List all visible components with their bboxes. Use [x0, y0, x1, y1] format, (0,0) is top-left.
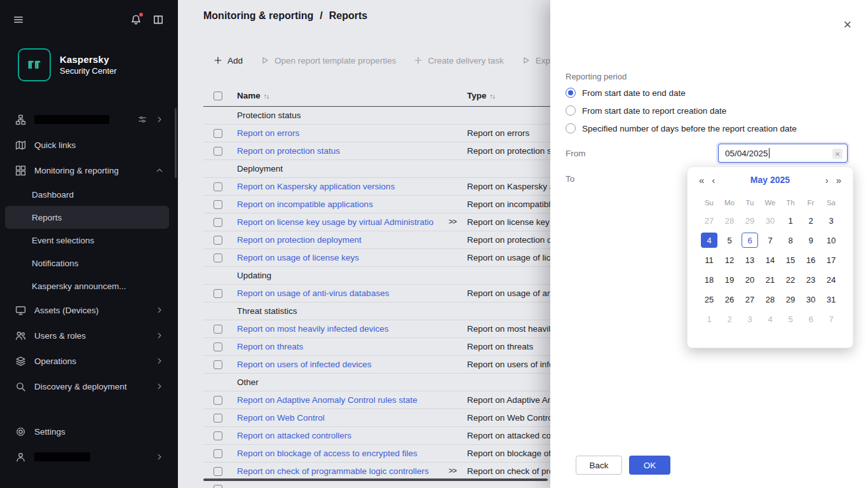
- day-cell[interactable]: 27: [742, 292, 758, 307]
- add-button[interactable]: Add: [214, 56, 243, 65]
- day-cell[interactable]: 7: [762, 233, 778, 248]
- row-checkbox[interactable]: [214, 254, 222, 262]
- row-checkbox[interactable]: [214, 200, 222, 209]
- day-cell[interactable]: 9: [803, 233, 819, 248]
- report-name-link[interactable]: Report on Adaptive Anomaly Control rules…: [237, 395, 417, 405]
- open-report-template-properties-button[interactable]: Open report template properties: [261, 56, 396, 65]
- sort-icon[interactable]: ↑↓: [490, 92, 496, 100]
- day-cell[interactable]: 28: [721, 213, 738, 228]
- prev-month-icon[interactable]: ‹: [712, 175, 715, 185]
- report-name-link[interactable]: Report on incompatible applications: [237, 200, 373, 209]
- row-checkbox[interactable]: [214, 431, 222, 440]
- row-checkbox[interactable]: [214, 325, 222, 334]
- day-cell[interactable]: 30: [762, 213, 778, 228]
- radio-option-0[interactable]: From start date to end date: [566, 84, 797, 102]
- sort-icon[interactable]: ↑↓: [264, 92, 269, 100]
- next-year-icon[interactable]: »: [836, 175, 841, 185]
- day-cell[interactable]: 1: [782, 213, 799, 228]
- row-checkbox[interactable]: [214, 342, 222, 351]
- day-cell[interactable]: 4: [701, 233, 717, 248]
- day-cell[interactable]: 22: [782, 272, 799, 287]
- back-button[interactable]: Back: [576, 456, 622, 475]
- day-cell[interactable]: 21: [762, 272, 778, 287]
- report-name-link[interactable]: Report on protection status: [237, 146, 340, 156]
- close-icon[interactable]: ×: [843, 18, 851, 32]
- day-cell[interactable]: 13: [742, 252, 758, 268]
- day-cell[interactable]: 2: [803, 213, 819, 228]
- day-cell[interactable]: 29: [742, 213, 758, 228]
- month-year-label[interactable]: May 2025: [722, 175, 817, 185]
- report-name-link[interactable]: Report on check of programmable logic co…: [237, 466, 429, 476]
- clear-input-icon[interactable]: ×: [832, 149, 843, 159]
- day-cell[interactable]: 25: [701, 292, 717, 307]
- row-checkbox[interactable]: [214, 485, 222, 488]
- create-delivery-task-button[interactable]: Create delivery task: [414, 56, 503, 65]
- day-cell[interactable]: 6: [742, 233, 758, 248]
- row-checkbox[interactable]: [214, 236, 222, 245]
- row-checkbox[interactable]: [214, 129, 222, 138]
- day-cell[interactable]: 7: [823, 311, 839, 327]
- row-checkbox[interactable]: [214, 218, 222, 227]
- day-cell[interactable]: 16: [803, 252, 819, 268]
- day-cell[interactable]: 8: [782, 233, 799, 248]
- report-name-link[interactable]: Report on Kaspersky application versions: [237, 182, 395, 191]
- day-cell[interactable]: 1: [701, 311, 717, 327]
- day-cell[interactable]: 3: [823, 213, 839, 228]
- horizontal-scrollbar[interactable]: [203, 478, 548, 481]
- radio-circle[interactable]: [566, 123, 576, 133]
- sidebar-item-operations[interactable]: Operations: [0, 348, 178, 374]
- sidebar-scrollbar[interactable]: [175, 108, 177, 178]
- ok-button[interactable]: OK: [629, 456, 670, 475]
- day-cell[interactable]: 30: [803, 292, 819, 307]
- export-button[interactable]: Exp: [522, 56, 550, 65]
- from-date-input[interactable]: 05/04/2025 ×: [718, 144, 848, 163]
- day-cell[interactable]: 26: [721, 292, 738, 307]
- row-checkbox[interactable]: [214, 467, 222, 476]
- sidebar-item-assets-devices[interactable]: Assets (Devices): [0, 297, 178, 323]
- row-checkbox[interactable]: [214, 396, 222, 405]
- row-checkbox[interactable]: [214, 147, 222, 156]
- report-name-link[interactable]: Report on Web Control: [237, 413, 325, 423]
- row-checkbox[interactable]: [214, 360, 222, 369]
- day-cell[interactable]: 17: [823, 252, 839, 268]
- report-name-link[interactable]: Report on license key usage by virtual A…: [237, 217, 433, 227]
- sidebar-item-kaspersky-announcements[interactable]: Kaspersky announcem...: [0, 274, 178, 297]
- breadcrumb-reports[interactable]: Reports: [329, 10, 367, 22]
- radio-circle[interactable]: [566, 88, 576, 98]
- report-name-link[interactable]: Report on errors: [237, 128, 299, 138]
- day-cell[interactable]: 19: [721, 272, 738, 287]
- breadcrumb-monitoring-reporting[interactable]: Monitoring & reporting: [203, 10, 313, 22]
- notifications-bell-icon[interactable]: [130, 14, 143, 27]
- day-cell[interactable]: 18: [701, 272, 717, 287]
- day-cell[interactable]: 4: [762, 311, 778, 327]
- radio-option-1[interactable]: From start date to report creation date: [566, 102, 797, 119]
- select-all-checkbox[interactable]: [214, 92, 222, 100]
- day-cell[interactable]: 10: [823, 233, 839, 248]
- day-cell[interactable]: 12: [721, 252, 738, 268]
- sidebar-item-event-selections[interactable]: Event selections: [0, 229, 178, 252]
- sidebar-item-monitoring-reporting[interactable]: Monitoring & reporting: [0, 158, 178, 183]
- sidebar-item-server[interactable]: [0, 107, 178, 132]
- report-name-link[interactable]: Report on protection deployment: [237, 235, 362, 245]
- next-month-icon[interactable]: ›: [825, 175, 829, 185]
- hamburger-menu-icon[interactable]: [13, 14, 25, 27]
- report-name-link[interactable]: Report on usage of license keys: [237, 253, 359, 262]
- sidebar-item-discovery-deployment[interactable]: Discovery & deployment: [0, 374, 178, 399]
- row-checkbox[interactable]: [214, 414, 222, 423]
- overflow-indicator[interactable]: >>: [449, 466, 456, 475]
- row-checkbox[interactable]: [214, 289, 222, 298]
- sidebar-item-quick-links[interactable]: Quick links: [0, 132, 178, 158]
- day-cell[interactable]: 20: [742, 272, 758, 287]
- day-cell[interactable]: 31: [823, 292, 839, 307]
- column-header-name[interactable]: Name↑↓: [237, 91, 269, 100]
- documentation-icon[interactable]: [153, 14, 165, 27]
- report-name-link[interactable]: Report on threats: [237, 342, 303, 351]
- day-cell[interactable]: 23: [803, 272, 819, 287]
- overflow-indicator[interactable]: >>: [449, 217, 456, 226]
- row-checkbox[interactable]: [214, 449, 222, 458]
- report-name-link[interactable]: Report on most heavily infected devices: [237, 324, 389, 334]
- sidebar-item-dashboard[interactable]: Dashboard: [0, 183, 178, 206]
- day-cell[interactable]: 27: [701, 213, 717, 228]
- day-cell[interactable]: 29: [782, 292, 799, 307]
- day-cell[interactable]: 24: [823, 272, 839, 287]
